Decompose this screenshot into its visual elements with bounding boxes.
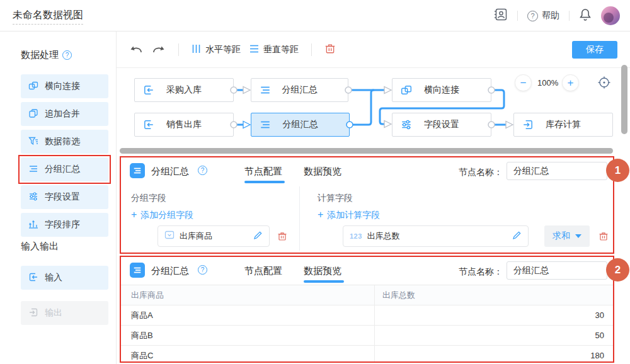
delete-node-button[interactable] [324, 43, 336, 57]
help-icon [527, 11, 538, 21]
field-settings-icon [28, 191, 38, 203]
help-button[interactable]: 帮助 [527, 10, 559, 21]
vertical-spacing-button[interactable]: 垂直等距 [249, 44, 299, 55]
field-settings-icon [401, 119, 412, 130]
group-summary-icon [260, 119, 271, 130]
select-field-icon [164, 230, 175, 242]
preview-table: 出库商品 出库总数 商品A 30 商品B 50 商品C 180 [121, 285, 613, 361]
group-summary-icon [260, 84, 271, 96]
panel-help-icon[interactable] [198, 166, 207, 175]
sidebar-item-append-merge[interactable]: 追加合并 [21, 102, 108, 126]
append-icon [28, 108, 38, 120]
divider [517, 11, 518, 21]
contacts-icon[interactable] [494, 8, 508, 24]
calc-field-name: 出库总数 [367, 230, 507, 242]
help-label: 帮助 [542, 10, 559, 21]
sidebar-item-field-settings[interactable]: 字段设置 [21, 185, 108, 209]
node-name-input[interactable] [507, 261, 607, 280]
locate-center-icon[interactable] [597, 76, 611, 89]
section-title-data-processing: 数据处理 [21, 49, 72, 61]
bell-icon[interactable] [579, 8, 592, 24]
divider [311, 43, 312, 56]
node-name-label: 节点名称： [459, 266, 503, 278]
sidebar-item-field-sort[interactable]: 字段排序 [21, 213, 108, 237]
sidebar-item-input[interactable]: 输入 [21, 266, 108, 290]
calc-field-chip[interactable]: 123 出库总数 [343, 225, 529, 247]
sidebar-item-data-filter[interactable]: 数据筛选 [21, 130, 108, 154]
flow-canvas[interactable]: 采购入库 分组汇总 横向连接 [117, 68, 630, 155]
panel-help-icon[interactable] [198, 265, 207, 275]
horizontal-scrollbar[interactable] [120, 148, 613, 154]
output-icon [522, 119, 534, 130]
column-header: 出库商品 [121, 285, 375, 305]
data-preview-panel: 分组汇总 节点配置 数据预览 节点名称： 2 出库商品 出库总数 商品A 30 … [120, 256, 614, 363]
header-actions: 帮助 [494, 0, 620, 31]
tab-data-preview[interactable]: 数据预览 [304, 265, 341, 277]
vertical-spacing-icon [249, 44, 259, 55]
number-field-icon: 123 [350, 232, 362, 240]
active-tab-indicator [304, 280, 344, 283]
active-tab-indicator [244, 181, 285, 183]
group-summary-icon [130, 163, 145, 178]
vertical-scrollbar[interactable] [621, 65, 627, 134]
data-view-editor: 未命名数据视图 帮助 [0, 0, 630, 364]
tab-node-config[interactable]: 节点配置 [244, 166, 282, 178]
canvas-toolbar: 水平等距 垂直等距 保存 [117, 31, 630, 68]
column-divider [299, 186, 300, 251]
join-icon [401, 84, 412, 96]
node-config-panel: 分组汇总 节点配置 数据预览 节点名称： 1 分组字段 添加分组字段 出库商品 [120, 156, 614, 254]
group-summary-icon [28, 164, 38, 176]
save-button[interactable]: 保存 [572, 41, 617, 59]
flow-node-horizontal-join[interactable]: 横向连接 [392, 78, 491, 102]
filter-icon [28, 136, 38, 148]
section-help-icon[interactable] [62, 50, 72, 60]
panel-title: 分组汇总 [151, 265, 189, 277]
sidebar: 数据处理 横向连接 追加合并 [0, 31, 117, 364]
zoom-out-button[interactable]: − [515, 74, 532, 91]
column-header: 出库总数 [375, 285, 613, 305]
horizontal-spacing-button[interactable]: 水平等距 [192, 44, 241, 55]
input-icon [28, 272, 38, 284]
divider [569, 11, 570, 21]
table-row: 商品C 180 [121, 346, 613, 361]
output-icon [28, 307, 38, 319]
undo-button[interactable] [129, 43, 143, 57]
table-row: 商品A 30 [121, 305, 613, 326]
zoom-level: 100% [537, 78, 558, 88]
edit-pencil-icon[interactable] [512, 230, 522, 242]
flow-node-group-summary-1[interactable]: 分组汇总 [251, 78, 348, 102]
tab-node-config[interactable]: 节点配置 [244, 265, 282, 277]
add-group-field-button[interactable]: 添加分组字段 [131, 209, 193, 221]
flow-node-inventory-calc[interactable]: 库存计算 [513, 113, 613, 137]
group-field-chip[interactable]: 出库商品 [158, 225, 270, 247]
sidebar-item-group-summary[interactable]: 分组汇总 [21, 157, 108, 181]
calc-fields-title: 计算字段 [318, 193, 353, 204]
group-summary-icon [130, 263, 145, 278]
delete-calc-field-icon[interactable] [598, 231, 609, 241]
add-calc-field-button[interactable]: 添加计算字段 [318, 209, 380, 221]
flow-node-purchase-inbound[interactable]: 采购入库 [134, 78, 234, 102]
edit-pencil-icon[interactable] [253, 230, 263, 242]
annotation-badge-1: 1 [606, 159, 629, 182]
aggregation-dropdown[interactable]: 求和 [544, 225, 590, 247]
delete-group-field-icon[interactable] [277, 231, 287, 241]
flow-node-sales-outbound[interactable]: 销售出库 [134, 113, 234, 137]
user-avatar[interactable] [601, 6, 620, 25]
horizontal-spacing-icon [192, 44, 201, 55]
zoom-in-button[interactable]: + [562, 74, 579, 91]
flow-node-group-summary-2-selected[interactable]: 分组汇总 [251, 113, 350, 137]
node-name-label: 节点名称： [459, 167, 503, 178]
tab-data-preview[interactable]: 数据预览 [304, 166, 341, 178]
table-row: 商品B 50 [121, 326, 613, 346]
redo-button[interactable] [152, 43, 166, 57]
group-fields-title: 分组字段 [131, 193, 166, 204]
group-field-name: 出库商品 [180, 230, 248, 242]
document-title[interactable]: 未命名数据视图 [13, 9, 83, 25]
input-icon [143, 84, 154, 96]
panel-title: 分组汇总 [151, 166, 189, 178]
sidebar-item-horizontal-join[interactable]: 横向连接 [21, 74, 108, 98]
annotation-badge-2: 2 [606, 258, 629, 282]
join-icon [28, 81, 38, 93]
flow-node-field-settings[interactable]: 字段设置 [392, 113, 491, 137]
node-name-input[interactable] [507, 162, 607, 180]
